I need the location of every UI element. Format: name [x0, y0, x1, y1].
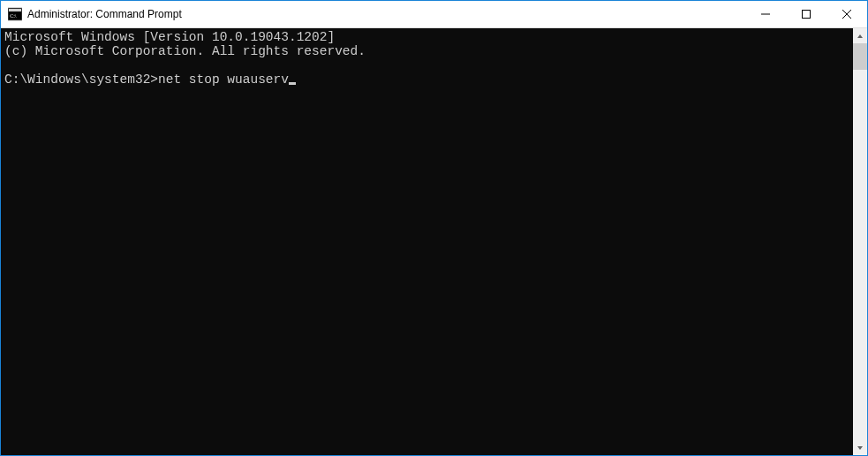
svg-marker-8 [857, 446, 863, 450]
scroll-up-arrow[interactable] [853, 28, 867, 43]
vertical-scrollbar[interactable] [853, 28, 867, 455]
svg-rect-1 [9, 9, 21, 11]
scroll-thumb[interactable] [853, 43, 867, 70]
scroll-down-arrow[interactable] [853, 440, 867, 455]
cmd-icon: C:\ [8, 7, 22, 21]
scroll-track[interactable] [853, 43, 867, 440]
svg-marker-7 [857, 34, 863, 38]
close-button[interactable] [826, 1, 867, 27]
window-controls [745, 1, 867, 27]
minimize-button[interactable] [745, 1, 786, 27]
prompt-text: C:\Windows\system32> [4, 72, 158, 87]
copyright-line: (c) Microsoft Corporation. All rights re… [4, 44, 366, 58]
svg-text:C:\: C:\ [10, 13, 17, 19]
cursor [289, 82, 296, 85]
client-area: Microsoft Windows [Version 10.0.19043.12… [1, 28, 867, 455]
command-input: net stop wuauserv [158, 72, 289, 87]
maximize-button[interactable] [786, 1, 826, 27]
svg-rect-4 [803, 11, 811, 19]
command-prompt-window: C:\ Administrator: Command Prompt Micros… [0, 0, 868, 456]
terminal-output[interactable]: Microsoft Windows [Version 10.0.19043.12… [1, 28, 853, 455]
titlebar[interactable]: C:\ Administrator: Command Prompt [1, 1, 867, 28]
version-line: Microsoft Windows [Version 10.0.19043.12… [4, 30, 335, 44]
window-title: Administrator: Command Prompt [27, 8, 745, 20]
